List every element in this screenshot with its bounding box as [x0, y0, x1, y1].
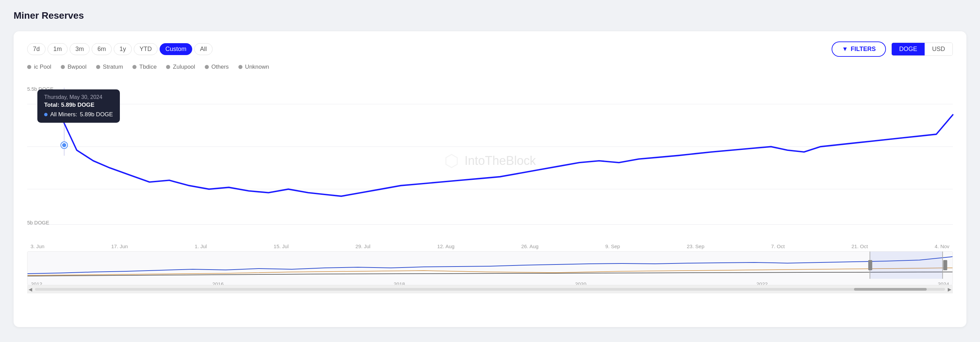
legend-label-unknown: Unknown	[245, 64, 269, 70]
svg-rect-8	[868, 260, 872, 270]
filter-icon: ▼	[842, 46, 848, 53]
tooltip-dot	[44, 113, 48, 116]
scrollbar-thumb[interactable]	[854, 288, 927, 291]
legend-dot-others	[205, 65, 209, 69]
page-title: Miner Reserves	[14, 10, 966, 21]
top-bar: 7d 1m 3m 6m 1y YTD Custom All ▼ FILTERS …	[27, 42, 953, 57]
legend-item-others: Others	[205, 64, 229, 70]
main-chart-svg	[27, 76, 953, 246]
range-label-2018: 2018	[394, 281, 405, 285]
x-label-sep9: 9. Sep	[605, 243, 620, 249]
legend-dot-zulupool	[166, 65, 170, 69]
filter-custom[interactable]: Custom	[160, 43, 192, 55]
filter-all[interactable]: All	[194, 43, 213, 55]
range-label-2022: 2022	[757, 281, 768, 285]
range-label-2016: 2016	[212, 281, 223, 285]
legend-item-bwpool: Bwpool	[61, 64, 87, 70]
main-container: Miner Reserves 7d 1m 3m 6m 1y YTD Custom…	[0, 0, 980, 342]
scroll-left-arrow[interactable]: ◀	[29, 286, 32, 292]
tooltip-miner-label: All Miners:	[50, 111, 77, 118]
x-label-oct7: 7. Oct	[771, 243, 785, 249]
legend-dot-tbdice	[132, 65, 137, 69]
legend-dot-icpool	[27, 65, 31, 69]
range-label-2024: 2024	[938, 281, 949, 285]
x-label-jul29: 29. Jul	[356, 243, 371, 249]
svg-rect-5	[870, 252, 943, 279]
filter-1m[interactable]: 1m	[48, 43, 68, 55]
legend-label-others: Others	[212, 64, 229, 70]
scrollbar-track[interactable]	[35, 288, 945, 291]
x-label-jun17: 17. Jun	[111, 243, 128, 249]
legend-label-zulupool: Zulupool	[173, 64, 195, 70]
chart-card: 7d 1m 3m 6m 1y YTD Custom All ▼ FILTERS …	[14, 31, 966, 327]
filter-ytd[interactable]: YTD	[134, 43, 158, 55]
legend-item-stratum: Stratum	[96, 64, 123, 70]
x-label-nov4: 4. Nov	[934, 243, 949, 249]
mini-chart: 2012 2016 2018 2020 2022 2024	[27, 251, 953, 285]
currency-usd[interactable]: USD	[925, 43, 953, 56]
filter-7d[interactable]: 7d	[27, 43, 46, 55]
tooltip-box: Thursday, May 30, 2024 Total: 5.89b DOGE…	[37, 89, 120, 123]
legend-item-tbdice: Tbdice	[132, 64, 156, 70]
tooltip-total-value: 5.89b DOGE	[61, 102, 94, 108]
x-label-oct21: 21. Oct	[852, 243, 868, 249]
legend-label-bwpool: Bwpool	[68, 64, 87, 70]
chart-area: Thursday, May 30, 2024 Total: 5.89b DOGE…	[27, 76, 953, 246]
mini-chart-svg	[27, 252, 953, 279]
legend-item-icpool: ic Pool	[27, 64, 51, 70]
svg-rect-4	[27, 252, 953, 279]
filter-1y[interactable]: 1y	[114, 43, 132, 55]
tooltip-total: Total: 5.89b DOGE	[44, 102, 113, 109]
y-label-5b: 5b DOGE	[27, 220, 49, 225]
range-label-2012: 2012	[31, 281, 42, 285]
legend-dot-unknown	[239, 65, 242, 69]
legend-label-stratum: Stratum	[103, 64, 123, 70]
currency-toggle: DOGE USD	[891, 43, 953, 56]
x-axis: 3. Jun 17. Jun 1. Jul 15. Jul 29. Jul 12…	[27, 243, 953, 249]
filters-button[interactable]: ▼ FILTERS	[832, 42, 886, 57]
time-filters: 7d 1m 3m 6m 1y YTD Custom All	[27, 43, 213, 55]
legend-label-tbdice: Tbdice	[139, 64, 156, 70]
chart-point	[61, 142, 67, 148]
legend-item-unknown: Unknown	[239, 64, 269, 70]
x-label-jul15: 15. Jul	[274, 243, 289, 249]
range-label-2020: 2020	[575, 281, 586, 285]
legend: ic Pool Bwpool Stratum Tbdice Zulupool O…	[27, 64, 953, 70]
tooltip-miner: All Miners: 5.89b DOGE	[44, 111, 113, 118]
legend-item-zulupool: Zulupool	[166, 64, 195, 70]
tooltip-total-label: Total:	[44, 102, 59, 108]
tooltip-miner-value: 5.89b DOGE	[80, 111, 113, 118]
x-label-jul1: 1. Jul	[194, 243, 207, 249]
svg-rect-9	[943, 260, 947, 270]
scrollbar-area[interactable]: ◀ ▶	[27, 285, 953, 293]
filter-3m[interactable]: 3m	[70, 43, 90, 55]
filter-6m[interactable]: 6m	[92, 43, 112, 55]
x-label-sep23: 23. Sep	[687, 243, 705, 249]
tooltip-date: Thursday, May 30, 2024	[44, 94, 113, 100]
currency-doge[interactable]: DOGE	[892, 43, 925, 56]
legend-dot-stratum	[96, 65, 100, 69]
scroll-right-arrow[interactable]: ▶	[948, 286, 951, 292]
filters-label: FILTERS	[851, 46, 876, 53]
right-controls: ▼ FILTERS DOGE USD	[832, 42, 953, 57]
legend-label-icpool: ic Pool	[34, 64, 51, 70]
range-labels: 2012 2016 2018 2020 2022 2024	[27, 280, 953, 285]
x-label-aug26: 26. Aug	[521, 243, 539, 249]
x-label-aug12: 12. Aug	[437, 243, 454, 249]
legend-dot-bwpool	[61, 65, 65, 69]
x-label-jun3: 3. Jun	[30, 243, 45, 249]
